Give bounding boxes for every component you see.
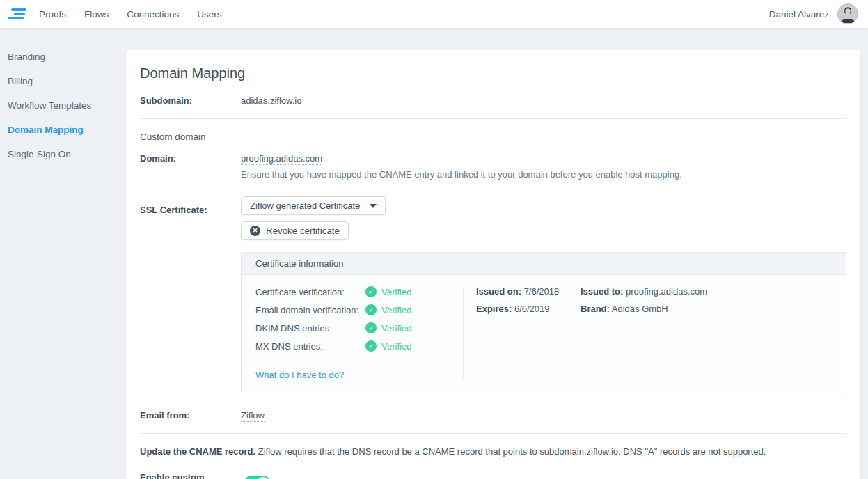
chevron-down-icon [370, 204, 377, 208]
ssl-certificate-selected-value: Ziflow generated Certificate [250, 201, 360, 211]
cname-note-text: Ziflow requires that the DNS record be a… [255, 446, 766, 457]
check-circle-icon: ✓ [365, 304, 377, 315]
subdomain-value-field[interactable]: adidas.ziflow.io [241, 95, 301, 107]
domain-help-text: Ensure that you have mapped the CNAME en… [241, 169, 846, 180]
user-name[interactable]: Daniel Alvarez [769, 9, 829, 19]
check-label: DKIM DNS entries: [255, 323, 365, 333]
enable-custom-domain-label: Enable custom domain: [140, 472, 241, 479]
email-from-row: Email from: Ziflow [140, 410, 846, 421]
detail-issued-on: Issued on: 7/6/2018 [476, 286, 581, 297]
custom-domain-heading: Custom domain [140, 132, 846, 142]
detail-brand: Brand: Adidas GmbH [581, 304, 832, 314]
ssl-certificate-select[interactable]: Ziflow generated Certificate [241, 196, 386, 215]
check-circle-icon: ✓ [365, 286, 377, 297]
email-from-value-field[interactable]: Ziflow [241, 410, 265, 422]
domain-row: Domain: proofing.adidas.com Ensure that … [140, 153, 846, 180]
sidebar-item-workflow-templates[interactable]: Workflow Templates [7, 100, 119, 111]
check-label: Certificate verification: [255, 287, 365, 297]
check-status: Verified [381, 341, 411, 352]
cname-note-bold: Update the CNAME record. [140, 446, 255, 457]
enable-custom-domain-row: Enable custom domain: [140, 472, 846, 479]
nav-item-flows[interactable]: Flows [84, 9, 109, 19]
user-avatar[interactable] [837, 3, 858, 24]
cname-note: Update the CNAME record. Ziflow requires… [140, 446, 846, 457]
settings-sidebar: Branding Billing Workflow Templates Doma… [0, 28, 126, 173]
check-row-mx-dns-entries: MX DNS entries: ✓ Verified [255, 340, 463, 352]
revoke-certificate-label: Revoke certificate [266, 226, 340, 236]
revoke-certificate-button[interactable]: ✕ Revoke certificate [241, 221, 349, 240]
person-icon [838, 3, 858, 24]
detail-issued-to: Issued to: proofing.adidas.com [581, 286, 832, 297]
check-row-email-domain-verification: Email domain verification: ✓ Verified [255, 304, 463, 315]
what-do-i-have-to-do-link[interactable]: What do I have to do? [255, 370, 344, 380]
subdomain-row: Subdomain: adidas.ziflow.io [140, 95, 846, 106]
certificate-panel-header: Certificate information [242, 253, 846, 275]
ssl-certificate-row: SSL Certificate: Ziflow generated Certif… [140, 196, 846, 393]
check-status: Verified [381, 305, 411, 315]
enable-custom-domain-toggle[interactable] [244, 476, 270, 479]
nav-item-users[interactable]: Users [197, 9, 221, 19]
domain-value-field[interactable]: proofing.adidas.com [241, 153, 322, 165]
check-row-dkim-dns-entries: DKIM DNS entries: ✓ Verified [255, 322, 463, 333]
divider [140, 118, 846, 119]
check-row-certificate-verification: Certificate verification: ✓ Verified [255, 286, 463, 297]
detail-expires: Expires: 6/6/2019 [476, 304, 581, 314]
certificate-details: Issued on: 7/6/2018 Issued to: proofing.… [464, 286, 832, 380]
nav-item-connections[interactable]: Connections [127, 9, 179, 19]
revoke-x-icon: ✕ [250, 226, 260, 236]
ssl-certificate-label: SSL Certificate: [140, 205, 241, 215]
page-title: Domain Mapping [140, 65, 846, 81]
ziflow-logo-icon[interactable] [8, 6, 26, 22]
nav-item-proofs[interactable]: Proofs [39, 9, 66, 19]
domain-mapping-card: Domain Mapping Subdomain: adidas.ziflow.… [126, 50, 860, 479]
check-status: Verified [381, 323, 411, 333]
divider [140, 433, 846, 434]
top-navigation: Proofs Flows Connections Users Daniel Al… [0, 0, 868, 28]
subdomain-label: Subdomain: [140, 95, 241, 106]
certificate-checks: Certificate verification: ✓ Verified Ema… [255, 286, 463, 380]
check-label: MX DNS entries: [255, 341, 365, 352]
sidebar-item-billing[interactable]: Billing [7, 76, 119, 86]
check-status: Verified [381, 287, 411, 297]
sidebar-item-domain-mapping[interactable]: Domain Mapping [7, 125, 119, 135]
sidebar-item-single-sign-on[interactable]: Single-Sign On [7, 149, 119, 159]
check-circle-icon: ✓ [365, 322, 377, 333]
main-nav: Proofs Flows Connections Users [39, 9, 222, 19]
check-label: Email domain verification: [255, 305, 365, 315]
certificate-information-panel: Certificate information Certificate veri… [241, 252, 846, 393]
sidebar-item-branding[interactable]: Branding [7, 52, 119, 62]
check-circle-icon: ✓ [365, 340, 377, 352]
domain-label: Domain: [140, 153, 241, 164]
email-from-label: Email from: [140, 410, 241, 421]
